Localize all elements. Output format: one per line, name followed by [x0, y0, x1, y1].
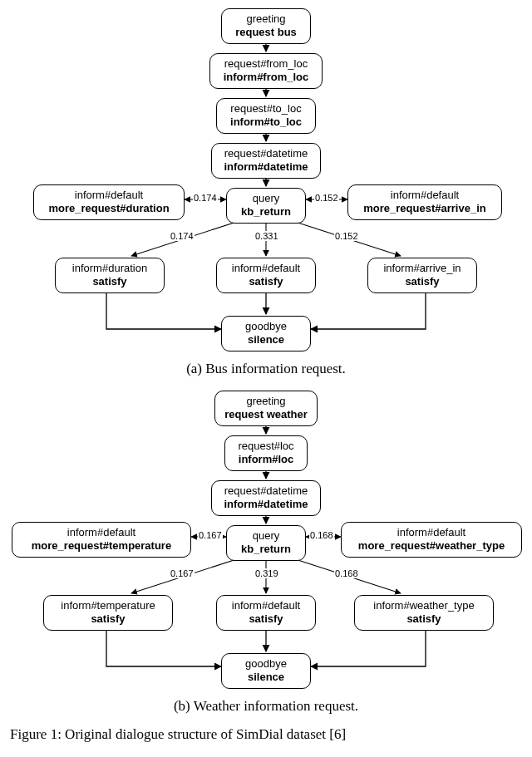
node-more-arrive: inform#default more_request#arrive_in [347, 184, 502, 220]
w-edge-label-4-4R: 0.168 [309, 530, 334, 540]
node-datetime: request#datetime inform#datetime [211, 143, 321, 179]
bus-diagram: greeting request bus request#from_loc in… [7, 7, 525, 356]
node-to-loc: request#to_loc inform#to_loc [216, 98, 316, 134]
edge-label-5-5L: 0.174 [193, 193, 218, 203]
node-sat-duration: inform#duration satisfy [55, 258, 165, 293]
node-sat-default: inform#default satisfy [216, 258, 316, 293]
w-node-sat-temp: inform#temperature satisfy [43, 595, 173, 631]
w-node-more-wtype: inform#default more_request#weather_type [341, 522, 522, 558]
node-query: query kb_return [226, 188, 306, 224]
w-node-goodbye: goodbye silence [221, 653, 311, 689]
w-node-query: query kb_return [226, 525, 306, 561]
node-greeting-l1: greeting [230, 12, 302, 26]
node-greeting: greeting request bus [221, 8, 311, 44]
w-node-datetime: request#datetime inform#datetime [211, 480, 321, 516]
weather-diagram: greeting request weather request#loc inf… [7, 389, 525, 693]
edge-label-5-6R: 0.152 [334, 231, 359, 241]
w-edge-label-4-5M: 0.319 [254, 568, 279, 578]
figure-footer: Figure 1: Original dialogue structure of… [7, 726, 525, 743]
edge-label-5-5R: 0.152 [314, 193, 339, 203]
edge-label-5-6L: 0.174 [170, 231, 195, 241]
node-greeting-l2: request bus [230, 26, 302, 39]
node-more-duration: inform#default more_request#duration [33, 184, 185, 220]
w-edge-label-4-4L: 0.167 [198, 530, 223, 540]
w-node-sat-default: inform#default satisfy [216, 595, 316, 631]
w-node-greeting: greeting request weather [214, 391, 318, 426]
node-sat-arrive: inform#arrive_in satisfy [367, 258, 477, 293]
w-edge-label-4-5R: 0.168 [334, 568, 359, 578]
bus-caption: (a) Bus information request. [7, 361, 525, 377]
node-goodbye: goodbye silence [221, 316, 311, 351]
w-edge-label-4-5L: 0.167 [170, 568, 195, 578]
w-node-sat-wtype: inform#weather_type satisfy [354, 595, 494, 631]
w-node-loc: request#loc inform#loc [224, 435, 308, 471]
node-from-loc: request#from_loc inform#from_loc [209, 53, 323, 89]
edge-label-5-6M: 0.331 [254, 231, 279, 241]
weather-caption: (b) Weather information request. [7, 698, 525, 715]
w-node-more-temp: inform#default more_request#temperature [12, 522, 191, 558]
